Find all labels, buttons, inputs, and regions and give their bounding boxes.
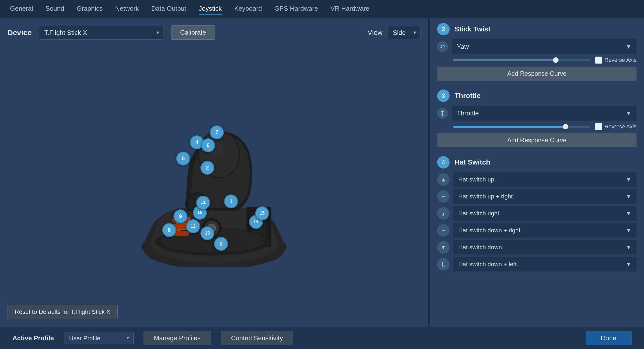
menu-bar: General Sound Graphics Network Data Outp…: [0, 0, 644, 18]
section-num-3: 3: [437, 90, 450, 102]
hat-down-arrow[interactable]: ▼: [626, 244, 632, 251]
joystick-button-12[interactable]: 12: [186, 219, 200, 233]
hat-up-arrow[interactable]: ▼: [626, 176, 632, 183]
yaw-add-curve-button[interactable]: Add Response Curve: [437, 66, 636, 81]
throttle-reverse-label: Reverse Axis: [604, 124, 636, 130]
profile-select[interactable]: User Profile: [64, 332, 134, 344]
hat-up-right-value: Hat switch up + right.: [458, 193, 626, 200]
hat-down-left-value: Hat switch down + left.: [458, 261, 626, 268]
hat-icon-up-right: ⌐: [437, 190, 450, 203]
device-label: Device: [8, 28, 32, 37]
joystick-button-13[interactable]: 13: [200, 226, 214, 240]
menu-item-network[interactable]: Network: [115, 3, 139, 15]
throttle-reverse-checkbox[interactable]: Reverse Axis: [595, 123, 636, 130]
joystick-button-3[interactable]: 3: [214, 237, 228, 251]
hat-row-right: › Hat switch right. ▼: [437, 206, 636, 220]
right-panel: 2 Stick Twist Yaw ▼: [430, 18, 644, 326]
throttle-slider-fill: [453, 126, 566, 128]
joystick-button-8[interactable]: 8: [162, 223, 176, 237]
stick-twist-header: 2 Stick Twist: [437, 23, 636, 36]
throttle-header: 3 Throttle: [437, 90, 636, 102]
stick-twist-icon[interactable]: [437, 41, 448, 52]
joystick-button-7[interactable]: 7: [210, 126, 224, 139]
active-profile-label: Active Profile: [12, 334, 54, 342]
hat-dropdown-up-right[interactable]: Hat switch up + right. ▼: [453, 189, 636, 204]
hat-row-down-right: ⌐ Hat switch down + right. ▼: [437, 223, 636, 238]
menu-item-joystick[interactable]: Joystick: [199, 3, 222, 15]
joystick-button-1[interactable]: 1: [224, 194, 238, 208]
hat-up-value: Hat switch up.: [458, 176, 626, 183]
hat-dropdown-down[interactable]: Hat switch down. ▼: [453, 240, 636, 254]
yaw-dropdown-arrow[interactable]: ▼: [626, 43, 632, 50]
menu-item-gps-hardware[interactable]: GPS Hardware: [274, 3, 318, 15]
yaw-value: Yaw: [457, 43, 626, 50]
hat-dropdown-down-right[interactable]: Hat switch down + right. ▼: [453, 223, 636, 238]
throttle-value: Throttle: [457, 110, 626, 117]
section-stick-twist: 2 Stick Twist Yaw ▼: [437, 23, 636, 82]
hat-icon-down: ▼: [437, 241, 450, 254]
joystick-button-11[interactable]: 11: [196, 196, 210, 210]
joystick-button-6[interactable]: 6: [201, 138, 215, 152]
hat-down-value: Hat switch down.: [458, 244, 626, 251]
yaw-reverse-checkbox[interactable]: Reverse Axis: [595, 56, 636, 64]
throttle-reverse-checkbox-box[interactable]: [595, 123, 602, 130]
done-button[interactable]: Done: [586, 331, 632, 345]
hat-row-down: ▼ Hat switch down. ▼: [437, 240, 636, 254]
hat-down-left-arrow[interactable]: ▼: [626, 261, 632, 268]
yaw-dropdown[interactable]: Yaw ▼: [452, 39, 636, 54]
device-select-wrap: T.Flight Stick X: [39, 26, 164, 40]
joystick-button-2[interactable]: 2: [200, 161, 214, 175]
throttle-dropdown[interactable]: Throttle ▼: [452, 106, 636, 121]
hat-row-up: ▲ Hat switch up. ▼: [437, 172, 636, 187]
hat-switch-header: 4 Hat Switch: [437, 156, 636, 168]
section-throttle: 3 Throttle Throttle ▼: [437, 90, 636, 148]
throttle-slider-thumb[interactable]: [563, 124, 568, 130]
hat-dropdown-right[interactable]: Hat switch right. ▼: [453, 206, 636, 220]
view-row: View Side Top Front: [368, 26, 421, 39]
menu-item-sound[interactable]: Sound: [46, 3, 64, 15]
joystick-button-5[interactable]: 5: [176, 152, 190, 166]
throttle-icon[interactable]: [437, 108, 448, 119]
section-num-4: 4: [437, 156, 450, 168]
joystick-button-15[interactable]: 15: [255, 206, 269, 220]
menu-item-general[interactable]: General: [10, 3, 33, 15]
manage-profiles-button[interactable]: Manage Profiles: [144, 331, 211, 345]
hat-dropdown-down-left[interactable]: Hat switch down + left. ▼: [453, 257, 636, 272]
device-row: Device T.Flight Stick X Calibrate View S…: [8, 26, 421, 40]
section-hat-switch: 4 Hat Switch ▲ Hat switch up. ▼ ⌐ Hat sw…: [437, 156, 636, 274]
calibrate-button[interactable]: Calibrate: [171, 26, 215, 40]
yaw-reverse-label: Reverse Axis: [604, 57, 636, 63]
hat-switch-title: Hat Switch: [454, 158, 490, 166]
hat-icon-down-right: ⌐: [437, 224, 450, 236]
yaw-slider-track[interactable]: [453, 59, 590, 61]
yaw-reverse-checkbox-box[interactable]: [595, 56, 602, 64]
control-sensitivity-button[interactable]: Control Sensitivity: [221, 331, 293, 345]
throttle-title: Throttle: [454, 92, 480, 100]
yaw-slider-thumb[interactable]: [553, 57, 558, 63]
hat-icon-up: ▲: [437, 173, 450, 186]
throttle-dropdown-arrow[interactable]: ▼: [626, 110, 632, 117]
hat-icon-right: ›: [437, 207, 450, 220]
hat-right-arrow[interactable]: ▼: [626, 210, 632, 217]
hat-up-right-arrow[interactable]: ▼: [626, 193, 632, 200]
joystick-container: 1 2 3 4 5 6 7 8 9 10 11 12 13 14 15: [114, 97, 314, 267]
view-select-wrap: Side Top Front: [388, 26, 421, 39]
menu-item-graphics[interactable]: Graphics: [77, 3, 103, 15]
left-panel: Device T.Flight Stick X Calibrate View S…: [0, 18, 428, 326]
throttle-slider-track[interactable]: [453, 126, 590, 128]
menu-item-data-output[interactable]: Data Output: [151, 3, 186, 15]
reset-defaults-button[interactable]: Reset to Defaults for T.Flight Stick X: [8, 305, 118, 319]
hat-down-right-arrow[interactable]: ▼: [626, 227, 632, 234]
throttle-add-curve-button[interactable]: Add Response Curve: [437, 133, 636, 147]
menu-item-vr-hardware[interactable]: VR Hardware: [330, 3, 369, 15]
menu-item-keyboard[interactable]: Keyboard: [234, 3, 262, 15]
hat-row-down-left: L Hat switch down + left. ▼: [437, 257, 636, 272]
view-select[interactable]: Side Top Front: [388, 26, 421, 39]
hat-dropdown-up[interactable]: Hat switch up. ▼: [453, 172, 636, 187]
hat-icon-down-left: L: [437, 258, 450, 270]
yaw-slider-fill: [453, 59, 556, 61]
device-select[interactable]: T.Flight Stick X: [39, 26, 164, 40]
throttle-slider-row: Reverse Axis: [437, 123, 636, 130]
joystick-svg: [114, 97, 314, 267]
joystick-button-9[interactable]: 9: [174, 210, 188, 223]
